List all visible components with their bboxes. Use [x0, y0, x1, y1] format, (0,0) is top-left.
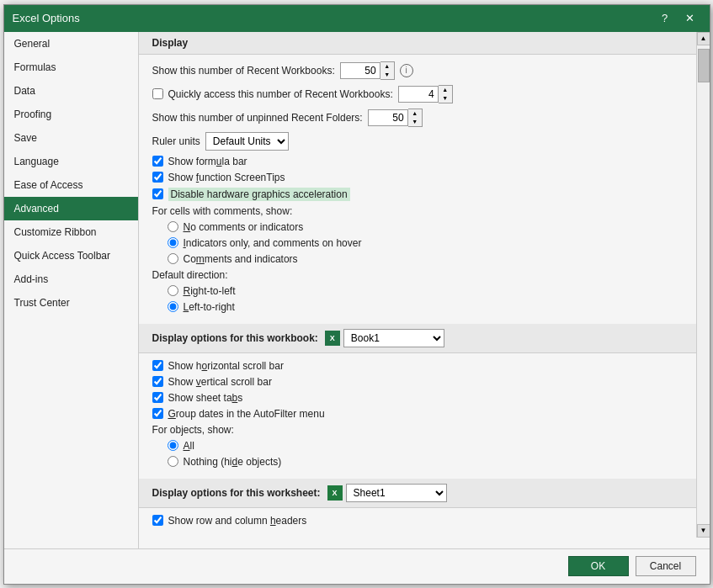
- show-function-screentips-checkbox[interactable]: [152, 172, 163, 183]
- right-to-left-row: Right-to-left: [168, 285, 683, 297]
- right-to-left-label[interactable]: Right-to-left: [184, 285, 236, 297]
- sidebar-item-formulas[interactable]: Formulas: [4, 56, 138, 79]
- comments-and-indicators-label[interactable]: Comments and indicators: [184, 253, 298, 265]
- quickly-access-label[interactable]: Quickly access this number of Recent Wor…: [168, 88, 393, 100]
- recent-workbooks-row: Show this number of Recent Workbooks: ▲ …: [152, 61, 683, 80]
- excel-options-dialog: Excel Options ? ✕ General Formulas Data …: [3, 4, 710, 585]
- comments-and-indicators-radio[interactable]: [168, 253, 178, 264]
- help-button[interactable]: ?: [654, 10, 676, 27]
- main-content: Display Show this number of Recent Workb…: [139, 32, 710, 548]
- sidebar-item-data[interactable]: Data: [4, 79, 138, 103]
- show-formula-bar-checkbox[interactable]: [152, 156, 163, 167]
- show-horizontal-scrollbar-row: Show horizontal scroll bar: [152, 360, 683, 372]
- objects-nothing-label[interactable]: Nothing (hide objects): [184, 456, 282, 468]
- sidebar-item-proofing[interactable]: Proofing: [4, 103, 138, 126]
- no-comments-radio[interactable]: [168, 221, 178, 232]
- title-bar: Excel Options ? ✕: [4, 5, 710, 32]
- workbook-section-body: Show horizontal scroll bar Show vertical…: [139, 353, 696, 479]
- right-to-left-radio[interactable]: [168, 285, 178, 296]
- cancel-button[interactable]: Cancel: [636, 556, 696, 576]
- left-to-right-radio[interactable]: [168, 301, 178, 312]
- show-row-col-headers-checkbox[interactable]: [152, 515, 163, 526]
- dialog-title: Excel Options: [13, 12, 80, 24]
- worksheet-excel-icon: X: [327, 485, 343, 501]
- sidebar-item-language[interactable]: Language: [4, 150, 138, 173]
- display-section-body: Show this number of Recent Workbooks: ▲ …: [139, 55, 696, 324]
- show-vertical-scrollbar-label[interactable]: Show vertical scroll bar: [168, 376, 272, 388]
- quickly-access-checkbox[interactable]: [152, 88, 163, 99]
- dialog-footer: OK Cancel: [4, 548, 710, 584]
- scroll-arrow-down[interactable]: ▼: [697, 524, 710, 538]
- workbook-dropdown[interactable]: Book1: [343, 329, 444, 347]
- worksheet-section-header: Display options for this worksheet: X Sh…: [139, 479, 696, 508]
- unpinned-folders-spin-down[interactable]: ▼: [408, 118, 422, 126]
- show-horizontal-scrollbar-label[interactable]: Show horizontal scroll bar: [168, 360, 284, 372]
- left-to-right-label[interactable]: Left-to-right: [184, 301, 235, 313]
- sidebar-item-quick-access-toolbar[interactable]: Quick Access Toolbar: [4, 244, 138, 268]
- quickly-access-spin-up[interactable]: ▲: [439, 86, 452, 94]
- recent-workbooks-input[interactable]: [340, 62, 380, 79]
- scroll-thumb[interactable]: [698, 49, 710, 82]
- group-dates-checkbox[interactable]: [152, 408, 163, 419]
- sidebar-item-add-ins[interactable]: Add-ins: [4, 268, 138, 291]
- group-dates-label[interactable]: Group dates in the AutoFilter menu: [168, 408, 325, 420]
- show-sheet-tabs-label[interactable]: Show sheet tabs: [168, 392, 243, 404]
- unpinned-folders-input[interactable]: [368, 109, 408, 126]
- close-button[interactable]: ✕: [679, 10, 701, 27]
- ok-button[interactable]: OK: [568, 556, 629, 576]
- quickly-access-row: Quickly access this number of Recent Wor…: [152, 85, 683, 103]
- indicators-only-radio[interactable]: [168, 237, 178, 248]
- dialog-body: General Formulas Data Proofing Save Lang…: [4, 32, 710, 548]
- show-function-screentips-label[interactable]: Show function ScreenTips: [168, 172, 285, 183]
- disable-hw-accel-checkbox[interactable]: [152, 188, 163, 199]
- show-row-col-headers-row: Show row and column headers: [152, 515, 683, 527]
- comments-and-indicators-row: Comments and indicators: [168, 253, 683, 265]
- sidebar: General Formulas Data Proofing Save Lang…: [4, 32, 139, 548]
- worksheet-dropdown[interactable]: Sheet1: [346, 484, 447, 502]
- indicators-only-row: Indicators only, and comments on hover: [168, 237, 683, 249]
- scrollbar-area: Display Show this number of Recent Workb…: [139, 32, 710, 538]
- recent-workbooks-spin-down[interactable]: ▼: [380, 71, 394, 79]
- objects-nothing-radio[interactable]: [168, 456, 178, 467]
- vertical-scrollbar[interactable]: ▲ ▼: [696, 32, 710, 538]
- objects-all-radio[interactable]: [168, 440, 178, 451]
- group-dates-row: Group dates in the AutoFilter menu: [152, 408, 683, 420]
- show-horizontal-scrollbar-checkbox[interactable]: [152, 360, 163, 371]
- content-scroll[interactable]: Display Show this number of Recent Workb…: [139, 32, 696, 538]
- workbook-select: X Book1: [325, 329, 444, 347]
- show-function-screentips-row: Show function ScreenTips: [152, 172, 683, 183]
- sidebar-item-advanced[interactable]: Advanced: [4, 197, 138, 220]
- excel-icon: X: [325, 331, 340, 346]
- scroll-thumb-area: [697, 45, 710, 524]
- show-vertical-scrollbar-checkbox[interactable]: [152, 376, 163, 387]
- sidebar-item-ease-of-access[interactable]: Ease of Access: [4, 173, 138, 197]
- recent-workbooks-spin-up[interactable]: ▲: [380, 62, 394, 71]
- unpinned-folders-spin-btns: ▲ ▼: [408, 109, 423, 127]
- show-row-col-headers-label[interactable]: Show row and column headers: [168, 515, 307, 527]
- sidebar-item-general[interactable]: General: [4, 32, 138, 56]
- default-direction-label: Default direction:: [152, 269, 683, 281]
- sidebar-item-save[interactable]: Save: [4, 126, 138, 150]
- sidebar-item-customize-ribbon[interactable]: Customize Ribbon: [4, 220, 138, 244]
- objects-nothing-row: Nothing (hide objects): [168, 456, 683, 468]
- indicators-only-label[interactable]: Indicators only, and comments on hover: [184, 237, 362, 249]
- recent-workbooks-label: Show this number of Recent Workbooks:: [152, 65, 335, 77]
- unpinned-folders-label: Show this number of unpinned Recent Fold…: [152, 112, 363, 124]
- title-bar-left: Excel Options: [13, 12, 80, 24]
- recent-workbooks-info-icon[interactable]: i: [400, 64, 413, 77]
- show-formula-bar-label[interactable]: Show formula bar: [168, 156, 247, 167]
- unpinned-folders-spin-up[interactable]: ▲: [408, 109, 422, 118]
- unpinned-folders-spinbox: ▲ ▼: [368, 109, 423, 127]
- quickly-access-spin-down[interactable]: ▼: [439, 94, 452, 103]
- disable-hw-accel-label[interactable]: Disable hardware graphics acceleration: [168, 188, 350, 201]
- quickly-access-input[interactable]: [398, 86, 439, 103]
- objects-all-label[interactable]: All: [184, 440, 194, 452]
- title-bar-controls: ? ✕: [654, 10, 701, 27]
- ruler-units-dropdown[interactable]: Default Units Inches Centimeters Millime…: [205, 132, 289, 151]
- recent-workbooks-spin-btns: ▲ ▼: [380, 61, 395, 80]
- scroll-arrow-up[interactable]: ▲: [697, 32, 710, 45]
- sidebar-item-trust-center[interactable]: Trust Center: [4, 291, 138, 315]
- show-sheet-tabs-checkbox[interactable]: [152, 392, 163, 403]
- quickly-access-spin-btns: ▲ ▼: [439, 85, 453, 103]
- no-comments-label[interactable]: No comments or indicators: [184, 221, 304, 233]
